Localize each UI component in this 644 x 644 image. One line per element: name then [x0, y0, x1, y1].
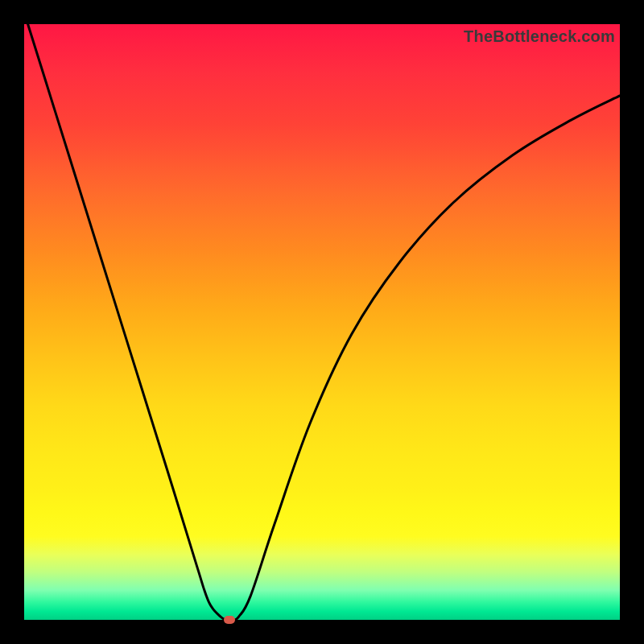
optimal-point-marker	[224, 616, 235, 624]
plot-area: TheBottleneck.com	[24, 24, 620, 620]
chart-frame: TheBottleneck.com	[0, 0, 644, 644]
bottleneck-curve	[24, 24, 620, 620]
